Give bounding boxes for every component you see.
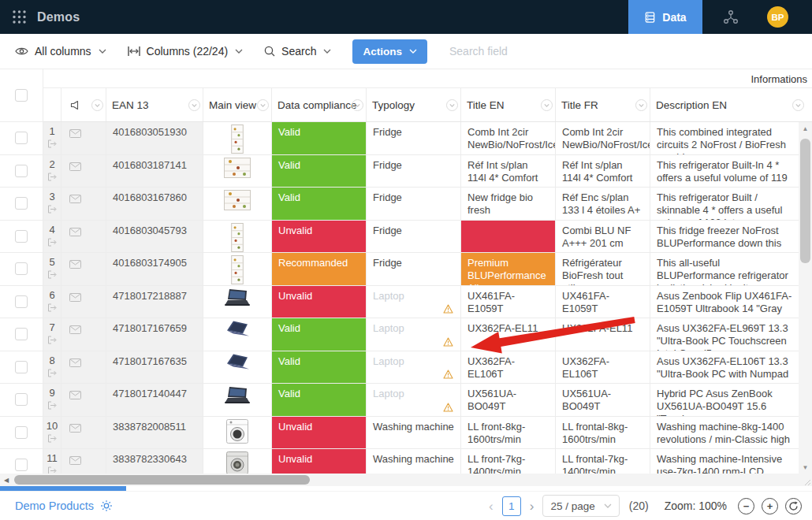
search-field-input[interactable] [449,45,623,58]
user-avatar[interactable]: BP [767,6,788,28]
main-view-cell[interactable] [203,449,272,474]
row-checkbox[interactable] [15,393,28,406]
gear-icon[interactable] [100,500,113,512]
filter-chevron-icon[interactable] [541,99,553,111]
description-en-cell[interactable]: Washing machine-Intensive use-7kg-1400 r… [650,449,812,474]
typology-cell[interactable]: Fridge [367,221,461,253]
description-en-cell[interactable]: This fridge freezer NoFrost BLUPerforman… [650,221,812,253]
title-fr-cell[interactable]: LL frontal-7kg-1400trs/min [556,449,650,474]
data-compliance-cell[interactable]: Unvalid [272,449,367,474]
title-en-cell[interactable] [461,221,556,253]
title-en-cell[interactable]: LL front-7kg-1400trs/min [461,449,556,474]
title-en-cell[interactable]: UX362FA-EL11 [461,318,556,351]
column-header-title-en[interactable]: Title EN [461,88,556,121]
description-en-cell[interactable]: This refrigerator Built-In 4 * offers a … [650,155,812,188]
typology-cell[interactable]: Fridge [367,155,461,188]
view-tab-demo-products[interactable]: Demo Products [15,500,113,512]
product-thumbnail[interactable] [224,158,251,188]
description-en-cell[interactable]: Asus UX362FA-EL969T 13.3 "Ultra-Book PC … [650,318,812,351]
zoom-in-button[interactable]: + [762,498,778,514]
product-thumbnail[interactable] [223,386,251,416]
description-en-cell[interactable]: Asus Zenbook Flip UX461FA-E1059T Ultrabo… [650,286,812,318]
mail-icon[interactable] [69,325,81,336]
open-record-icon[interactable] [47,270,58,279]
main-view-cell[interactable] [203,384,272,416]
ean-cell[interactable]: 4718017167659 [106,318,203,351]
data-compliance-cell[interactable]: Valid [272,318,367,351]
table-row[interactable]: 14016803051930ValidFridgeComb Int 2cir N… [0,122,812,155]
title-en-cell[interactable]: LL front-8kg-1600trs/min [461,417,556,449]
product-thumbnail[interactable] [224,321,251,351]
typology-cell[interactable]: Fridge [367,253,461,285]
page-size-select[interactable]: 25 / page [542,495,619,517]
table-row[interactable]: 113838782330643UnvalidWashing machineLL … [0,449,812,474]
data-compliance-cell[interactable]: Valid [272,351,367,384]
row-checkbox[interactable] [15,361,28,373]
product-thumbnail[interactable] [231,223,244,253]
column-header-data-compliance[interactable]: Data compliance [272,88,367,121]
table-row[interactable]: 54016803174905RecommandedFridgePremium B… [0,253,812,286]
data-compliance-cell[interactable]: Valid [272,384,367,416]
title-fr-cell[interactable]: UX561UA-BO049T [556,384,650,416]
column-header-title-fr[interactable]: Title FR [556,88,650,121]
row-checkbox[interactable] [15,328,28,340]
table-row[interactable]: 64718017218887UnvalidLaptopUX461FA-E1059… [0,286,812,319]
ean-cell[interactable]: 4718017218887 [106,286,203,318]
refresh-button[interactable] [785,498,802,514]
data-compliance-cell[interactable]: Valid [272,188,367,220]
description-en-cell[interactable]: This refrigerator Built / skinnable 4 * … [650,188,812,220]
select-all-checkbox[interactable] [15,89,28,102]
product-thumbnail[interactable] [231,255,244,285]
typology-cell[interactable]: Fridge [367,122,461,154]
data-compliance-cell[interactable]: Valid [272,155,367,188]
table-row[interactable]: 94718017140447ValidLaptopUX561UA-BO049TU… [0,384,812,417]
row-checkbox[interactable] [15,197,28,210]
typology-cell[interactable]: Laptop [367,318,461,351]
title-en-cell[interactable]: New fridge bio fresh [461,188,556,220]
title-en-cell[interactable]: Premium BLUPerformance All- [461,253,556,285]
mail-icon[interactable] [69,128,81,140]
data-compliance-cell[interactable]: Valid [272,122,367,154]
main-view-cell[interactable] [203,122,272,154]
open-record-icon[interactable] [47,336,58,344]
title-fr-cell[interactable]: UX362FA-EL106T [556,351,650,384]
product-thumbnail[interactable] [224,354,251,384]
mail-icon[interactable] [69,259,81,271]
title-fr-cell[interactable]: Réfrigérateur BioFresh tout utile [556,253,650,285]
filter-chevron-icon[interactable] [91,99,103,111]
filter-chevron-icon[interactable] [446,99,458,111]
app-launcher-icon[interactable] [12,9,27,24]
row-checkbox[interactable] [15,426,28,439]
main-view-cell[interactable] [203,221,272,253]
vertical-scrollbar[interactable]: ▲ ▼ [799,122,812,474]
column-header-ean13[interactable]: EAN 13 [106,88,203,121]
zoom-out-button[interactable]: − [738,498,754,514]
mail-icon[interactable] [69,358,81,370]
title-fr-cell[interactable]: UX362FA-EL11 [556,318,650,351]
open-record-icon[interactable] [47,303,58,312]
title-fr-cell[interactable]: Réf Int s/plan 114l 4* Comfort A++ [556,155,650,188]
mail-icon[interactable] [69,292,81,304]
typology-cell[interactable]: Laptop [367,286,461,318]
typology-cell[interactable]: Laptop [367,384,461,416]
network-button[interactable] [702,9,759,26]
title-en-cell[interactable]: UX362FA-EL106T [461,351,556,384]
column-header-main-view[interactable]: Main view [203,88,272,121]
ean-cell[interactable]: 3838782008511 [106,417,203,449]
title-en-cell[interactable]: Réf Int s/plan 114l 4* Comfort A++ [461,155,556,188]
description-en-cell[interactable]: This all-useful BLUPerformance refrigera… [650,253,812,285]
row-checkbox[interactable] [15,459,28,471]
all-columns-dropdown[interactable]: All columns [15,45,106,58]
scroll-down-arrow[interactable]: ▼ [799,461,812,474]
title-en-cell[interactable]: Comb Int 2cir NewBio/NoFrost/Ice [461,122,556,154]
product-thumbnail[interactable] [226,419,248,449]
column-header-notifications[interactable] [61,88,106,121]
table-row[interactable]: 74718017167659ValidLaptopUX362FA-EL11UX3… [0,318,812,351]
ean-cell[interactable]: 4016803187141 [106,155,203,188]
typology-cell[interactable]: Fridge [367,188,461,220]
filter-chevron-icon[interactable] [352,99,363,111]
current-page-button[interactable]: 1 [502,496,521,516]
ean-cell[interactable]: 4016803174905 [106,253,203,285]
row-checkbox[interactable] [15,295,28,308]
title-en-cell[interactable]: UX461FA-E1059T [461,286,556,318]
